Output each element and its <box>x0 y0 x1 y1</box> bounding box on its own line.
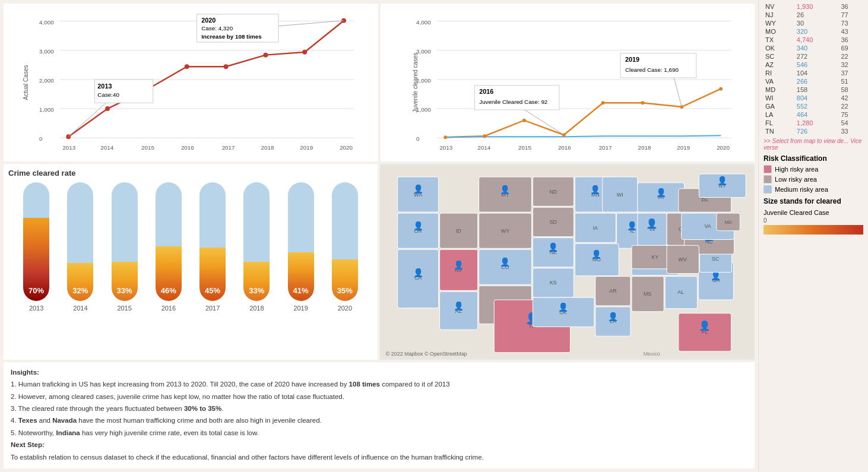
state-ok-name: OK <box>764 44 795 52</box>
icon-nv: 👤 <box>454 260 464 270</box>
state-row-wy[interactable]: WY 30 73 <box>764 19 863 27</box>
state-ok-val1: 340 <box>795 44 840 52</box>
state-ok-val2: 69 <box>839 44 863 52</box>
y-tick-1000: 1,000 <box>39 106 54 113</box>
state-row-nj[interactable]: NJ 26 77 <box>764 11 863 19</box>
jy-tick-4000: 4,000 <box>416 19 431 26</box>
jtip-line-2019 <box>673 74 682 107</box>
state-row-tn[interactable]: TN 726 33 <box>764 127 863 135</box>
state-row-ok[interactable]: OK 340 69 <box>764 44 863 52</box>
state-va-label: VA <box>705 223 711 229</box>
state-tx-val2: 36 <box>839 36 863 44</box>
state-va-val1: 266 <box>795 77 840 85</box>
thermo-year-2013: 2013 <box>29 305 43 312</box>
thermo-outer-2018: 33% <box>243 182 270 301</box>
state-al-label: AL <box>677 289 684 295</box>
thermo-outer-2014: 32% <box>67 182 93 301</box>
jtip-2019-year: 2019 <box>625 56 639 63</box>
state-row-ga[interactable]: GA 552 22 <box>764 102 863 110</box>
icon-co: 👤 <box>500 257 511 267</box>
legend-high: High risky area <box>764 165 863 173</box>
state-row-wi[interactable]: WI 804 42 <box>764 94 863 102</box>
state-ar-label: AR <box>609 288 616 294</box>
thermo-2020: 35% 2020 <box>327 182 363 312</box>
op-2018 <box>641 101 644 104</box>
thermo-pct-2019: 41% <box>293 286 309 295</box>
icon-il: 👤 <box>627 221 638 231</box>
state-mo-val2: 43 <box>839 27 863 36</box>
state-az-name: AZ <box>764 61 795 69</box>
point-2019 <box>302 50 307 55</box>
state-row-fl[interactable]: FL 1,280 54 <box>764 119 863 127</box>
state-ri-name: RI <box>764 69 795 77</box>
tooltip-2020-case: Case: 4,320 <box>201 25 233 31</box>
state-row-md[interactable]: MD 158 58 <box>764 85 863 94</box>
state-row-az[interactable]: AZ 546 32 <box>764 61 863 69</box>
x-2014: 2014 <box>100 144 113 151</box>
y-tick-0: 0 <box>39 135 43 142</box>
thermo-title: Crime cleared rate <box>8 169 373 178</box>
state-row-sc[interactable]: SC 272 22 <box>764 52 863 61</box>
state-ks-label: KS <box>550 280 557 286</box>
next-step-title: Next Step: <box>11 441 45 448</box>
gradient-min: 0 <box>764 217 767 224</box>
actual-cases-y-label: Actual Cases <box>23 65 29 100</box>
thermo-pct-2016: 46% <box>161 286 176 295</box>
state-nj-name: NJ <box>764 11 795 19</box>
tooltip-2013-year: 2013 <box>97 83 112 90</box>
thermo-outer-2016: 46% <box>156 182 182 301</box>
x-2017: 2017 <box>222 144 235 151</box>
thermo-2014: 32% 2014 <box>62 182 98 312</box>
state-la-val2: 75 <box>839 110 863 119</box>
charts-row: Actual Cases 0 1,000 2,000 3,000 4,000 2… <box>2 2 756 163</box>
thermo-section: Crime cleared rate 70% 2013 <box>4 164 378 360</box>
state-row-mo[interactable]: MO 320 43 <box>764 27 863 36</box>
thermo-pct-2018: 33% <box>249 286 264 295</box>
thermo-2018: 33% 2018 <box>239 182 274 312</box>
juvenile-svg: 0 1,000 2,000 3,000 4,000 2013 2014 2015… <box>410 9 749 144</box>
gradient-bar <box>764 225 863 235</box>
x-2020: 2020 <box>340 144 353 151</box>
y-tick-2000: 2,000 <box>39 77 54 84</box>
state-row-ri[interactable]: RI 104 37 <box>764 69 863 77</box>
thermo-2019: 41% 2019 <box>283 182 319 312</box>
state-md-val1: 158 <box>795 85 840 94</box>
icon-in: 👤 <box>646 218 658 229</box>
jx-2018: 2018 <box>638 144 651 151</box>
icon-ne: 👤 <box>548 242 559 252</box>
thermo-row: 70% 2013 32% 2014 <box>8 181 373 312</box>
legend-medium-label: Medium risky area <box>775 186 828 193</box>
icon-az: 👤 <box>454 301 464 311</box>
jy-tick-0: 0 <box>416 135 420 142</box>
state-row-tx[interactable]: TX 4,740 36 <box>764 36 863 44</box>
state-id-label: ID <box>456 228 461 234</box>
map-section[interactable]: WA 👤 OR 👤 CA 👤 NV <box>380 164 755 360</box>
tooltip-2013-case: Case:40 <box>97 91 119 98</box>
state-fl-name: FL <box>764 119 795 127</box>
thermo-pct-2014: 32% <box>72 286 88 295</box>
state-ga-val2: 22 <box>839 102 863 110</box>
y-tick-3000: 3,000 <box>39 48 54 55</box>
tooltip-line-2013 <box>68 100 109 137</box>
state-az-val1: 546 <box>795 61 840 69</box>
juvenile-label: Juvenile Cleared Case <box>764 209 863 216</box>
state-row-nv[interactable]: NV 1,930 36 <box>764 2 863 11</box>
state-row-va[interactable]: VA 266 51 <box>764 77 863 85</box>
thermo-outer-2019: 41% <box>288 182 314 301</box>
left-panel: Actual Cases 0 1,000 2,000 3,000 4,000 2… <box>0 0 758 472</box>
thermo-outer-2020: 35% <box>332 182 358 301</box>
state-nv-val2: 36 <box>839 2 863 11</box>
state-row-la[interactable]: LA 464 75 <box>764 110 863 119</box>
state-wi-label: WI <box>617 192 623 198</box>
state-sd-label: SD <box>550 219 557 225</box>
op-2015 <box>522 119 525 122</box>
state-az-val2: 32 <box>839 61 863 69</box>
x-2015: 2015 <box>141 144 154 151</box>
jx-2015: 2015 <box>518 144 531 151</box>
state-tn-val1: 726 <box>795 127 840 135</box>
jtip-2016-case: Juvenile Cleared Case: 92 <box>479 99 547 105</box>
jx-2020: 2020 <box>717 144 730 151</box>
thermo-pct-2015: 33% <box>117 286 132 295</box>
us-map-svg: WA 👤 OR 👤 CA 👤 NV <box>380 164 755 360</box>
state-ms-label: MS <box>644 291 651 297</box>
